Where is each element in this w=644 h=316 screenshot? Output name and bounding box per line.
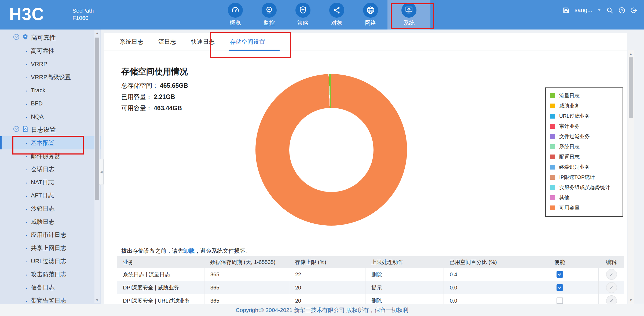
chevron-down-icon[interactable]	[597, 8, 601, 12]
top-nav-label: 对象	[331, 19, 342, 27]
sidebar-item-label: 应用审计日志	[31, 231, 66, 239]
legend-item-2[interactable]: 威胁业务	[546, 101, 623, 111]
tab-bar: 系统日志流日志快速日志存储空间设置	[104, 33, 627, 50]
top-nav-item-3[interactable]: 策略	[286, 0, 320, 30]
sidebar-item-2-1[interactable]: ·基本配置	[0, 136, 101, 149]
sidebar-item-2-9[interactable]: ·共享上网日志	[0, 241, 101, 255]
sidebar-item-2-2[interactable]: ·邮件服务器	[0, 149, 101, 163]
legend-label: 威胁业务	[559, 102, 580, 109]
edit-button[interactable]	[606, 282, 617, 293]
top-nav-item-5[interactable]: 网络	[354, 0, 387, 30]
save-config-icon[interactable]	[562, 7, 570, 14]
main-scrollbar[interactable]: ▲ ▼	[628, 50, 634, 304]
sidebar-group-label: 日志设置	[31, 126, 56, 134]
sidebar-scroll-up-icon[interactable]: ▲	[94, 31, 100, 35]
storage-line-label: 已用容量：	[121, 93, 152, 101]
legend-item-8[interactable]: 终端识别业务	[546, 162, 623, 172]
table-cell-enable	[521, 281, 598, 294]
legend-item-1[interactable]: 流量日志	[546, 91, 623, 101]
legend-item-9[interactable]: IP限速TOP统计	[546, 172, 623, 182]
legend-swatch	[550, 124, 555, 129]
sidebar-item-2-5[interactable]: ·AFT日志	[0, 189, 101, 202]
sidebar-item-label: 沙箱日志	[31, 205, 54, 213]
sidebar-scroll-down-icon[interactable]: ▼	[94, 298, 100, 302]
table-cell: 20	[289, 294, 365, 304]
share-icon	[329, 3, 344, 18]
sidebar-scrollbar-thumb[interactable]	[95, 38, 99, 200]
user-bar: sang... ?	[562, 0, 638, 20]
unmount-notice: 拔出存储设备之前，请先卸载，避免系统文件损坏。	[121, 247, 251, 255]
sidebar-item-2-4[interactable]: ·NAT日志	[0, 176, 101, 189]
legend-item-5[interactable]: 文件过滤业务	[546, 131, 623, 142]
main-scroll-up-icon[interactable]: ▲	[628, 52, 634, 56]
table-header-5: 已用空间百分比 (%)	[444, 256, 521, 268]
main-scroll-down-icon[interactable]: ▼	[628, 298, 634, 302]
table-header-3: 存储上限 (%)	[289, 256, 365, 268]
tab-4[interactable]: 存储空间设置	[230, 33, 265, 50]
bullet-icon: ·	[25, 181, 28, 184]
sidebar-item-2-12[interactable]: ·信誉日志	[0, 281, 101, 294]
enable-checkbox[interactable]	[557, 297, 563, 304]
username[interactable]: sang...	[575, 7, 592, 14]
logout-icon[interactable]	[630, 7, 638, 14]
sidebar-item-2-11[interactable]: ·攻击防范日志	[0, 268, 101, 281]
top-nav-item-2[interactable]: 监控	[252, 0, 286, 30]
sidebar-item-1-5[interactable]: ·BFD	[0, 97, 101, 110]
legend-item-6[interactable]: 系统日志	[546, 142, 623, 152]
top-nav-item-4[interactable]: 对象	[320, 0, 354, 30]
legend-item-7[interactable]: 配置日志	[546, 152, 623, 162]
table-cell: 22	[289, 268, 365, 281]
tab-3[interactable]: 快速日志	[191, 33, 215, 50]
sidebar-item-label: VRRP	[31, 61, 47, 68]
sidebar-item-2-7[interactable]: ·威胁日志	[0, 215, 101, 228]
top-nav-item-1[interactable]: 概览	[218, 0, 252, 30]
legend-item-11[interactable]: 其他	[546, 193, 623, 203]
storage-line: 已用容量：2.21GB	[121, 91, 188, 102]
sidebar-item-label: AFT日志	[31, 192, 54, 200]
enable-checkbox[interactable]	[557, 284, 563, 291]
tab-2[interactable]: 流日志	[158, 33, 176, 50]
storage-summary: 总存储空间：465.65GB已用容量：2.21GB可用容量：463.44GB	[121, 80, 188, 114]
table-header-2: 数据保存周期 (天, 1-65535)	[204, 256, 289, 268]
help-icon[interactable]: ?	[618, 7, 625, 14]
sidebar-item-1-4[interactable]: ·Track	[0, 84, 101, 97]
legend-item-10[interactable]: 实服务组成员趋势统计	[546, 182, 623, 193]
sidebar-item-2-6[interactable]: ·沙箱日志	[0, 202, 101, 215]
sidebar-item-1-1[interactable]: ·高可靠性	[0, 44, 101, 57]
bullet-icon: ·	[25, 142, 28, 144]
sidebar-item-label: 信誉日志	[31, 284, 54, 292]
sidebar-item-1-3[interactable]: ·VRRP高级设置	[0, 71, 101, 84]
search-icon[interactable]	[606, 7, 613, 14]
top-nav-item-6[interactable]: 系统	[387, 0, 430, 30]
legend-item-12[interactable]: 可用容量	[546, 203, 623, 213]
sidebar-group-1[interactable]: 高可靠性	[0, 31, 101, 44]
legend-label: 终端识别业务	[559, 164, 590, 171]
unmount-link[interactable]: 卸载	[183, 248, 195, 254]
legend-swatch	[550, 104, 555, 108]
edit-button[interactable]	[606, 295, 617, 304]
top-nav-label: 概览	[230, 19, 241, 27]
enable-checkbox[interactable]	[557, 271, 563, 278]
sidebar-item-2-10[interactable]: ·URL过滤日志	[0, 255, 101, 268]
sidebar-item-1-6[interactable]: ·NQA	[0, 110, 101, 123]
table-header-1: 业务	[117, 256, 204, 268]
sidebar-item-2-13[interactable]: ·带宽告警日志	[0, 294, 101, 304]
sidebar-group-2[interactable]: 日志设置	[0, 123, 101, 136]
table-header-6: 使能	[521, 256, 598, 268]
edit-button[interactable]	[606, 269, 617, 280]
legend-item-3[interactable]: URL过滤业务	[546, 111, 623, 121]
sidebar-item-1-2[interactable]: ·VRRP	[0, 57, 101, 71]
sidebar-collapse-handle[interactable]: ◀	[99, 159, 104, 185]
bullet-icon: ·	[25, 234, 28, 236]
sidebar-item-2-3[interactable]: ·会话日志	[0, 163, 101, 176]
tab-1[interactable]: 系统日志	[120, 33, 143, 50]
legend-item-4[interactable]: 审计业务	[546, 121, 623, 131]
notice-prefix: 拔出存储设备之前，请先	[121, 248, 183, 254]
storage-line-value: 463.44GB	[154, 105, 182, 112]
main-scrollbar-thumb[interactable]	[629, 57, 633, 118]
bullet-icon: ·	[25, 63, 28, 65]
sidebar-item-2-8[interactable]: ·应用审计日志	[0, 228, 101, 241]
bullet-icon: ·	[25, 89, 28, 92]
legend-swatch	[550, 134, 555, 139]
product-line-2: F1060	[72, 14, 94, 21]
